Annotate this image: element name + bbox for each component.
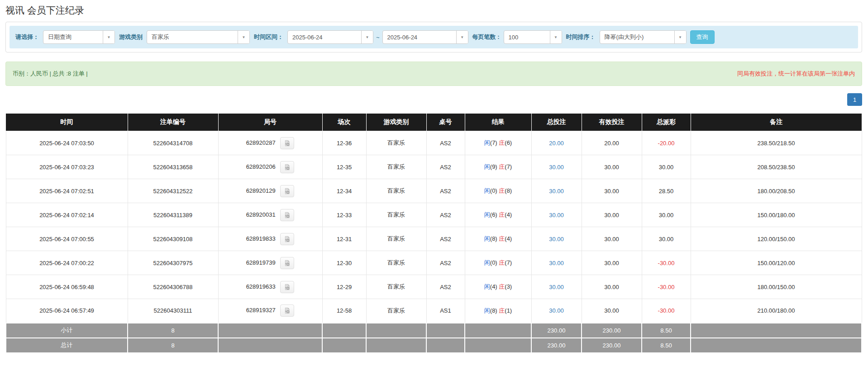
video-file-icon [284, 212, 291, 219]
footer-cell: 230.00 [531, 323, 582, 338]
total-bet-link[interactable]: 30.00 [549, 164, 564, 171]
video-replay-button[interactable] [280, 304, 294, 317]
table-row: 2025-06-24 07:03:23522604313658628920206… [6, 155, 862, 179]
result-banker-label: 庄 [499, 235, 505, 242]
video-file-icon [284, 284, 291, 290]
cell-remark: 238.50/218.50 [691, 131, 862, 155]
footer-cell [465, 323, 531, 338]
chevron-down-icon[interactable]: ▼ [238, 31, 249, 43]
cell-valid-bet: 30.00 [582, 227, 642, 251]
date-to-select[interactable]: 2025-06-24 ▼ [382, 30, 468, 44]
page-size-label: 每页笔数 : [472, 33, 500, 41]
footer-cell: 230.00 [531, 338, 582, 353]
sort-order-select[interactable]: 降幂(由大到小) ▼ [600, 30, 687, 44]
cell-payout: -30.00 [642, 251, 691, 275]
cell-remark: 180.00/150.00 [691, 275, 862, 299]
total-bet-link[interactable]: 20.00 [549, 140, 564, 147]
result-banker-score: (3) [505, 283, 512, 290]
total-bet-link[interactable]: 30.00 [549, 236, 564, 242]
chevron-down-icon[interactable]: ▼ [456, 31, 468, 43]
date-from-select[interactable]: 2025-06-24 ▼ [287, 30, 373, 44]
chevron-down-icon[interactable]: ▼ [674, 31, 686, 43]
column-header: 游戏类别 [366, 114, 426, 131]
result-player-label: 闲 [484, 139, 490, 146]
cell-payout: 30.00 [642, 227, 691, 251]
cell-session: 12-30 [322, 251, 366, 275]
page-button-1[interactable]: 1 [847, 93, 862, 106]
page-size-select[interactable]: 100 ▼ [504, 30, 562, 44]
cell-table-no: AS2 [426, 275, 465, 299]
round-number: 628920031 [246, 211, 276, 218]
table-body: 2025-06-24 07:03:50522604314708628920287… [6, 131, 862, 323]
cell-payout: 30.00 [642, 203, 691, 227]
footer-cell: 8 [128, 338, 218, 353]
result-player-score: (7) [490, 139, 497, 146]
cell-total-bet: 30.00 [531, 203, 582, 227]
filter-panel: 请选择： 日期查询 ▼ 游戏类别 百家乐 ▼ 时间区间： 2025-06-24 … [5, 22, 862, 52]
result-player-score: (0) [490, 187, 497, 194]
cell-round-no: 628920031 [218, 203, 322, 227]
total-bet-link[interactable]: 30.00 [549, 284, 564, 290]
sort-order-label: 时间排序： [566, 33, 596, 41]
video-file-icon [284, 188, 291, 195]
cell-remark: 150.00/120.00 [691, 251, 862, 275]
result-player-score: (8) [490, 235, 497, 242]
cell-valid-bet: 30.00 [582, 179, 642, 203]
round-number: 628920287 [246, 139, 276, 146]
cell-valid-bet: 30.00 [582, 155, 642, 179]
cell-session: 12-29 [322, 275, 366, 299]
total-bet-link[interactable]: 30.00 [549, 307, 564, 314]
search-button[interactable]: 查询 [690, 30, 715, 44]
result-player-score: (9) [490, 163, 497, 170]
cell-result: 闲(0) 庄(8) [465, 179, 531, 203]
footer-cell [218, 338, 322, 353]
cell-round-no: 628920129 [218, 179, 322, 203]
video-replay-button[interactable] [280, 137, 294, 149]
cell-remark: 208.50/238.50 [691, 155, 862, 179]
result-banker-label: 庄 [499, 283, 505, 290]
query-type-select[interactable]: 日期查询 ▼ [43, 30, 115, 44]
cell-result: 闲(9) 庄(7) [465, 155, 531, 179]
result-banker-score: (6) [505, 139, 512, 146]
cell-bet-id: 522604313658 [128, 155, 218, 179]
cell-session: 12-31 [322, 227, 366, 251]
video-replay-button[interactable] [280, 185, 294, 197]
chevron-down-icon[interactable]: ▼ [361, 31, 373, 43]
column-header: 备注 [691, 114, 862, 131]
total-bet-link[interactable]: 30.00 [549, 188, 564, 195]
result-player-label: 闲 [484, 163, 490, 170]
video-replay-button[interactable] [280, 209, 294, 221]
game-type-select[interactable]: 百家乐 ▼ [147, 30, 250, 44]
cell-payout: -30.00 [642, 275, 691, 299]
cell-time: 2025-06-24 06:59:48 [6, 275, 128, 299]
cell-session: 12-35 [322, 155, 366, 179]
video-replay-button[interactable] [280, 233, 294, 245]
payout-value: 30.00 [659, 236, 674, 242]
payout-value: 28.50 [659, 188, 674, 195]
total-bet-link[interactable]: 30.00 [549, 260, 564, 266]
footer-cell [366, 338, 426, 353]
table-row: 2025-06-24 07:02:14522604311389628920031… [6, 203, 862, 227]
total-bet-link[interactable]: 30.00 [549, 212, 564, 219]
video-replay-button[interactable] [280, 257, 294, 269]
table-row: 2025-06-24 07:03:50522604314708628920287… [6, 131, 862, 155]
table-footer: 小计8230.00230.008.50总计8230.00230.008.50 [6, 323, 862, 353]
video-file-icon [284, 307, 291, 314]
footer-cell [691, 323, 862, 338]
footer-cell: 230.00 [582, 338, 642, 353]
table-row: 2025-06-24 07:00:55522604309108628919833… [6, 227, 862, 251]
video-replay-button[interactable] [280, 161, 294, 173]
date-from-value: 2025-06-24 [288, 31, 361, 43]
chevron-down-icon[interactable]: ▼ [550, 31, 562, 43]
chevron-down-icon[interactable]: ▼ [103, 31, 114, 43]
cell-result: 闲(0) 庄(7) [465, 251, 531, 275]
payout-value: -20.00 [658, 140, 675, 147]
cell-remark: 120.00/150.00 [691, 227, 862, 251]
video-replay-button[interactable] [280, 281, 294, 293]
cell-game-type: 百家乐 [366, 179, 426, 203]
result-banker-label: 庄 [499, 211, 505, 218]
cell-remark: 210.00/180.00 [691, 299, 862, 323]
filter-bar: 请选择： 日期查询 ▼ 游戏类别 百家乐 ▼ 时间区间： 2025-06-24 … [10, 26, 858, 48]
cell-time: 2025-06-24 07:00:55 [6, 227, 128, 251]
round-number: 628919833 [246, 235, 276, 242]
